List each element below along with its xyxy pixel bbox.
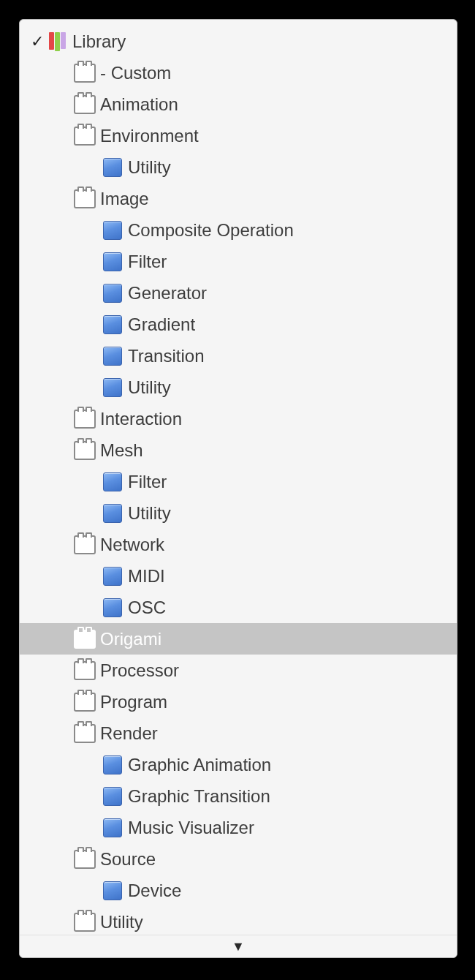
- cube-icon: [102, 314, 123, 336]
- tree-item-label: Environment: [100, 127, 199, 145]
- tree-item-filter[interactable]: Filter: [20, 466, 457, 497]
- tree-item-network[interactable]: Network: [20, 529, 457, 560]
- tree-item-label: Program: [100, 693, 167, 711]
- tree-item-label: Origami: [100, 630, 162, 648]
- tree-item-label: Image: [100, 190, 149, 208]
- tree-item-animation[interactable]: Animation: [20, 88, 457, 120]
- tree-item-library[interactable]: ✓Library: [20, 26, 457, 57]
- tree-item-label: Interaction: [100, 410, 182, 428]
- folder-icon: [74, 628, 96, 650]
- cube-icon: [102, 817, 123, 839]
- cube-icon: [102, 754, 123, 776]
- cube-icon: [102, 282, 123, 304]
- tree-item-gradient[interactable]: Gradient: [20, 309, 457, 340]
- tree-item-custom[interactable]: - Custom: [20, 57, 457, 88]
- folder-icon: [74, 440, 96, 461]
- tree-item-label: Composite Operation: [128, 222, 294, 239]
- tree-item-mesh[interactable]: Mesh: [20, 434, 457, 466]
- check-icon: ✓: [31, 32, 44, 51]
- tree-item-utility[interactable]: Utility: [20, 497, 457, 529]
- tree-item-label: Graphic Transition: [128, 788, 270, 805]
- tree-item-label: Render: [100, 725, 158, 742]
- tree-item-utility[interactable]: Utility: [20, 906, 457, 938]
- cube-icon: [102, 502, 123, 524]
- tree-item-label: Gradient: [128, 316, 195, 333]
- tree-item-utility[interactable]: Utility: [20, 151, 457, 183]
- library-tree[interactable]: ✓Library- CustomAnimationEnvironmentUtil…: [20, 20, 457, 958]
- tree-item-label: Graphic Animation: [128, 756, 271, 774]
- tree-item-label: Filter: [128, 253, 167, 271]
- library-panel: ✓Library- CustomAnimationEnvironmentUtil…: [19, 19, 457, 958]
- tree-item-source[interactable]: Source: [20, 843, 457, 875]
- folder-icon: [74, 660, 96, 682]
- check-slot: ✓: [28, 32, 46, 51]
- tree-item-filter[interactable]: Filter: [20, 246, 457, 277]
- tree-item-music-visualizer[interactable]: Music Visualizer: [20, 812, 457, 843]
- tree-item-program[interactable]: Program: [20, 686, 457, 717]
- cube-icon: [102, 345, 123, 367]
- tree-item-processor[interactable]: Processor: [20, 655, 457, 686]
- folder-icon: [74, 94, 96, 116]
- folder-icon: [74, 723, 96, 745]
- tree-item-label: Network: [100, 536, 164, 554]
- folder-icon: [74, 125, 96, 147]
- tree-item-osc[interactable]: OSC: [20, 592, 457, 623]
- folder-icon: [74, 188, 96, 210]
- tree-item-image[interactable]: Image: [20, 183, 457, 214]
- cube-icon: [102, 880, 123, 902]
- tree-item-graphic-transition[interactable]: Graphic Transition: [20, 780, 457, 812]
- tree-item-label: Generator: [128, 284, 207, 302]
- cube-icon: [102, 471, 123, 493]
- tree-item-label: OSC: [128, 599, 166, 617]
- cube-icon: [102, 157, 123, 178]
- folder-icon: [74, 691, 96, 713]
- tree-item-origami[interactable]: Origami: [20, 623, 457, 655]
- tree-item-utility[interactable]: Utility: [20, 372, 457, 403]
- tree-item-label: Utility: [128, 159, 171, 176]
- tree-item-label: Library: [72, 33, 126, 50]
- tree-item-label: Processor: [100, 662, 179, 679]
- cube-icon: [102, 251, 123, 273]
- tree-item-label: Utility: [128, 505, 171, 522]
- tree-item-label: - Custom: [100, 64, 171, 82]
- tree-item-label: Mesh: [100, 442, 143, 459]
- tree-item-generator[interactable]: Generator: [20, 277, 457, 309]
- tree-item-label: Filter: [128, 473, 167, 491]
- folder-icon: [74, 911, 96, 933]
- tree-item-transition[interactable]: Transition: [20, 340, 457, 372]
- tree-item-device[interactable]: Device: [20, 875, 457, 906]
- tree-item-label: Animation: [100, 96, 178, 113]
- cube-icon: [102, 219, 123, 241]
- folder-icon: [74, 848, 96, 870]
- cube-icon: [102, 377, 123, 399]
- tree-item-label: Utility: [100, 913, 143, 931]
- tree-item-label: Source: [100, 851, 156, 868]
- cube-icon: [102, 597, 123, 619]
- tree-item-label: Transition: [128, 347, 204, 365]
- tree-item-graphic-animation[interactable]: Graphic Animation: [20, 749, 457, 780]
- folder-icon: [74, 62, 96, 84]
- chevron-down-icon: ▼: [232, 939, 245, 954]
- folder-icon: [74, 534, 96, 556]
- tree-item-interaction[interactable]: Interaction: [20, 403, 457, 434]
- tree-item-label: Device: [128, 882, 181, 900]
- tree-item-composite-operation[interactable]: Composite Operation: [20, 214, 457, 246]
- cube-icon: [102, 565, 123, 587]
- tree-item-label: Music Visualizer: [128, 819, 254, 837]
- scroll-down-strip[interactable]: ▼: [20, 935, 457, 957]
- tree-item-render[interactable]: Render: [20, 717, 457, 749]
- tree-item-midi[interactable]: MIDI: [20, 560, 457, 592]
- cube-icon: [102, 785, 123, 807]
- tree-item-environment[interactable]: Environment: [20, 120, 457, 151]
- library-icon: [46, 31, 68, 53]
- tree-item-label: Utility: [128, 379, 171, 396]
- folder-icon: [74, 408, 96, 430]
- tree-item-label: MIDI: [128, 568, 165, 585]
